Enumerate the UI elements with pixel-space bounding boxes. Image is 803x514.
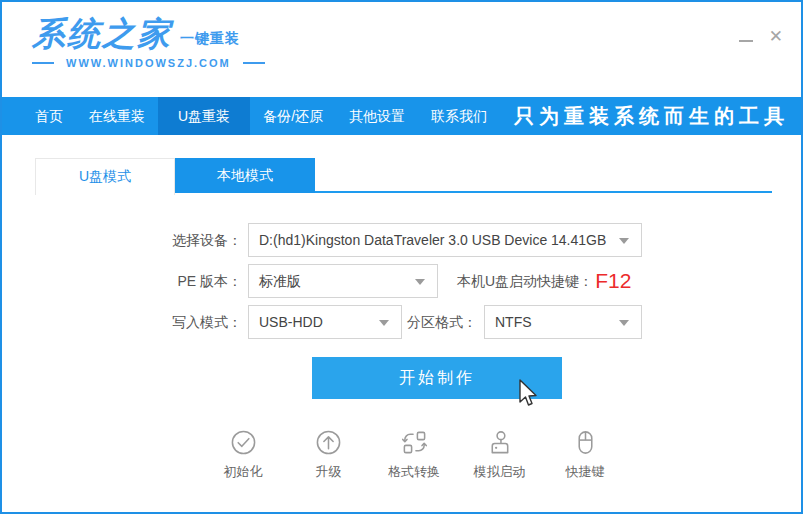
navbar: 首页 在线重装 U盘重装 备份/还原 其他设置 联系我们 只为重装系统而生的工具 [2,97,801,135]
tab-local-mode[interactable]: 本地模式 [175,158,315,193]
chevron-down-icon [619,320,629,326]
logo-subtitle: 一键重装 [180,30,240,48]
minimize-icon[interactable] [739,40,753,42]
convert-icon [401,429,428,456]
boot-hotkey-label: 本机U盘启动快捷键： [457,273,593,289]
arrow-up-circle-icon [315,429,342,456]
pe-version-label: PE 版本： [152,264,242,298]
tab-usb-mode[interactable]: U盘模式 [35,158,175,195]
nav-item-contact-us[interactable]: 联系我们 [418,97,500,135]
partition-format-label: 分区格式： [407,305,477,339]
joystick-icon [486,429,513,456]
select-device-value: D:(hd1)Kingston DataTraveler 3.0 USB Dev… [259,232,606,248]
nav-item-other-settings[interactable]: 其他设置 [336,97,418,135]
select-pe-version[interactable]: 标准版 [248,264,438,298]
nav-tagline: 只为重装系统而生的工具 [514,97,789,135]
select-partition-format-value: NTFS [495,314,532,330]
footer-tools: 初始化 升级 格式转换 [207,429,621,481]
chevron-down-icon [415,279,425,285]
tool-label: 格式转换 [388,463,440,481]
nav-item-usb-reinstall[interactable]: U盘重装 [158,97,250,135]
tool-upgrade[interactable]: 升级 [293,429,365,481]
tool-label: 初始化 [224,463,263,481]
select-device[interactable]: D:(hd1)Kingston DataTraveler 3.0 USB Dev… [248,223,642,257]
device-label: 选择设备： [152,223,242,257]
tool-initialize[interactable]: 初始化 [207,429,279,481]
tool-label: 模拟启动 [474,463,526,481]
tool-label: 升级 [316,463,342,481]
app-logo: 系统之家 一键重装 WWW.WINDOWSZJ.COM [32,17,265,69]
nav-item-home[interactable]: 首页 [22,97,76,135]
boot-hotkey-value: F12 [595,269,631,292]
start-make-button[interactable]: 开始制作 [312,357,562,399]
select-write-mode[interactable]: USB-HDD [248,305,402,339]
boot-hotkey-text: 本机U盘启动快捷键：F12 [457,264,631,298]
chevron-down-icon [619,238,629,244]
window-controls: ✕ [739,28,783,45]
close-icon[interactable]: ✕ [769,28,783,45]
select-write-mode-value: USB-HDD [259,314,323,330]
logo-title: 系统之家 [32,17,172,50]
header: 系统之家 一键重装 WWW.WINDOWSZJ.COM ✕ [2,2,801,97]
tool-hotkey[interactable]: 快捷键 [549,429,621,481]
logo-url: WWW.WINDOWSZJ.COM [66,57,231,69]
mouse-icon [572,429,599,456]
tool-simulate-boot[interactable]: 模拟启动 [464,429,536,481]
chevron-down-icon [379,320,389,326]
app-window: 系统之家 一键重装 WWW.WINDOWSZJ.COM ✕ 首页 在线重装 U盘… [0,0,803,514]
tool-format-convert[interactable]: 格式转换 [378,429,450,481]
check-circle-icon [230,429,257,456]
write-mode-label: 写入模式： [152,305,242,339]
nav-item-online-reinstall[interactable]: 在线重装 [76,97,158,135]
tool-label: 快捷键 [566,463,605,481]
logo-dash-right [243,62,265,64]
logo-dash-left [32,62,54,64]
select-partition-format[interactable]: NTFS [484,305,642,339]
select-pe-version-value: 标准版 [259,273,301,289]
nav-item-backup-restore[interactable]: 备份/还原 [250,97,336,135]
